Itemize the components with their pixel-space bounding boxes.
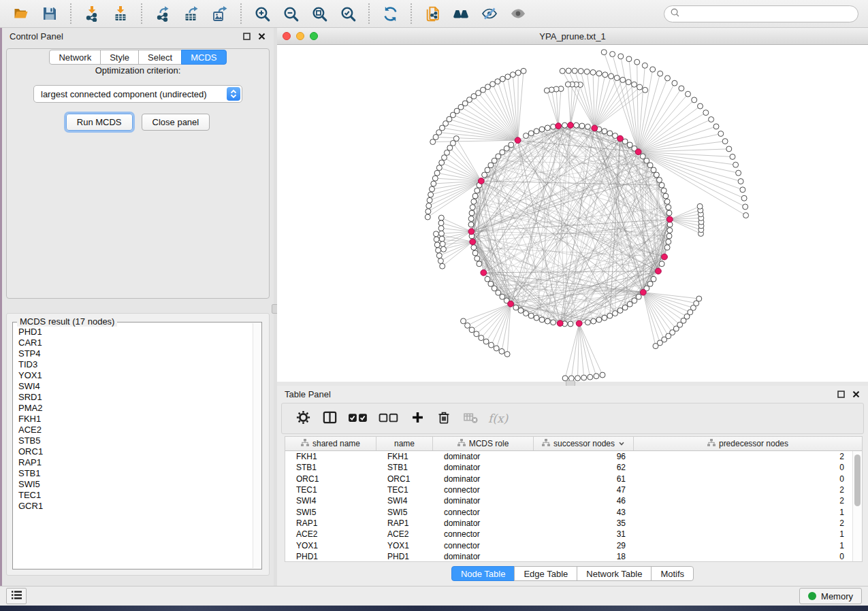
- cell-name: YOX1: [376, 541, 433, 550]
- table-body[interactable]: FKH1FKH1dominator962STB1STB1dominator620…: [285, 451, 852, 561]
- table-options-button[interactable]: [291, 407, 315, 430]
- delete-column-button[interactable]: [432, 407, 455, 430]
- cell-shared-name: SWI4: [285, 496, 376, 506]
- network-graph[interactable]: [277, 45, 867, 382]
- close-window-icon[interactable]: [283, 32, 291, 40]
- memory-button[interactable]: Memory: [799, 588, 862, 604]
- column-header-successor-nodes[interactable]: successor nodes: [534, 437, 634, 450]
- float-panel-icon[interactable]: [241, 31, 252, 42]
- delete-table-button[interactable]: [459, 407, 482, 430]
- result-node-item[interactable]: RAP1: [18, 457, 252, 468]
- cell-predecessor-nodes: 0: [634, 463, 852, 472]
- table-row[interactable]: TEC1TEC1connector472: [285, 484, 852, 495]
- mcds-result-list[interactable]: PHD1CAR1STP4TID3YOX1SWI4SRD1PMA2FKH1ACE2…: [14, 325, 252, 568]
- add-column-button[interactable]: [406, 407, 429, 430]
- result-node-item[interactable]: TEC1: [18, 490, 252, 501]
- result-node-item[interactable]: CAR1: [18, 337, 252, 348]
- tab-select[interactable]: Select: [138, 50, 182, 65]
- table-panel-tabs: Node TableEdge TableNetwork TableMotifs: [277, 566, 868, 581]
- result-node-item[interactable]: GCR1: [18, 501, 252, 512]
- table-row[interactable]: PHD1PHD1dominator180: [285, 551, 852, 561]
- open-file-button[interactable]: [9, 3, 33, 24]
- scrollbar-thumb[interactable]: [854, 455, 861, 506]
- cell-shared-name: ACE2: [285, 529, 376, 539]
- result-node-item[interactable]: YOX1: [18, 370, 252, 381]
- save-session-button[interactable]: [37, 3, 62, 24]
- export-table-button[interactable]: [179, 3, 204, 24]
- result-node-item[interactable]: SWI4: [18, 381, 252, 392]
- result-node-item[interactable]: ORC1: [18, 446, 252, 457]
- network-window-titlebar[interactable]: YPA_prune.txt_1: [277, 28, 868, 45]
- tab-network[interactable]: Network: [49, 50, 101, 65]
- result-node-item[interactable]: STB5: [18, 435, 252, 446]
- tab-network-table[interactable]: Network Table: [577, 566, 652, 581]
- task-history-button[interactable]: [6, 588, 27, 604]
- plus-icon: [411, 410, 425, 427]
- run-mcds-button[interactable]: Run MCDS: [66, 114, 133, 131]
- result-node-item[interactable]: SRD1: [18, 392, 252, 403]
- deselect-all-button[interactable]: [375, 407, 402, 430]
- minimize-window-icon[interactable]: [296, 32, 304, 40]
- tab-mcds[interactable]: MCDS: [181, 50, 226, 65]
- export-image-button[interactable]: [208, 3, 232, 24]
- table-row[interactable]: FKH1FKH1dominator962: [285, 451, 852, 462]
- status-bar: Memory: [0, 586, 868, 606]
- column-header-mcds-role[interactable]: MCDS role: [433, 437, 534, 450]
- open-folder-icon: [12, 5, 30, 22]
- cell-mcds-role: connector: [433, 541, 534, 550]
- tab-style[interactable]: Style: [100, 50, 139, 65]
- zoom-fit-button[interactable]: [307, 3, 332, 24]
- close-panel-icon[interactable]: [850, 389, 861, 399]
- criterion-select[interactable]: largest connected component (undirected): [33, 85, 242, 103]
- table-row[interactable]: ACE2ACE2connector311: [285, 529, 852, 540]
- result-node-item[interactable]: PMA2: [18, 403, 252, 414]
- table-row[interactable]: STB1STB1dominator620: [285, 462, 852, 473]
- table-row[interactable]: YOX1YOX1connector291: [285, 540, 852, 550]
- tab-node-table[interactable]: Node Table: [451, 566, 515, 581]
- float-panel-icon[interactable]: [835, 389, 846, 399]
- attribute-tree-icon: [457, 439, 466, 448]
- zoom-out-button[interactable]: [278, 3, 303, 24]
- result-node-item[interactable]: PHD1: [18, 327, 252, 337]
- attribute-tree-icon: [707, 439, 716, 448]
- result-node-item[interactable]: SWI5: [18, 479, 252, 490]
- result-node-item[interactable]: TID3: [18, 359, 252, 370]
- select-all-button[interactable]: [344, 407, 372, 430]
- table-row[interactable]: RAP1RAP1dominator352: [285, 518, 852, 529]
- control-panel-titlebar: Control Panel: [2, 28, 274, 44]
- maximize-window-icon[interactable]: [310, 32, 318, 40]
- close-panel-button[interactable]: Close panel: [142, 114, 210, 131]
- result-node-item[interactable]: STB1: [18, 468, 252, 479]
- table-row[interactable]: SWI4SWI4dominator462: [285, 495, 852, 506]
- result-scrollbar[interactable]: [253, 323, 261, 568]
- column-header-shared-name[interactable]: shared name: [285, 437, 376, 450]
- show-columns-button[interactable]: [318, 407, 341, 430]
- zoom-in-button[interactable]: [250, 3, 274, 24]
- network-canvas[interactable]: [277, 45, 868, 382]
- export-network-button[interactable]: [150, 3, 175, 24]
- column-header-name[interactable]: name: [376, 437, 433, 450]
- cell-predecessor-nodes: 2: [634, 496, 852, 506]
- list-icon: [11, 590, 22, 602]
- column-header-predecessor-nodes[interactable]: predecessor nodes: [634, 437, 862, 450]
- import-network-button[interactable]: [80, 3, 104, 24]
- search-network-button[interactable]: [449, 3, 473, 24]
- search-input[interactable]: [680, 9, 852, 18]
- table-scrollbar[interactable]: [852, 451, 862, 561]
- function-builder-label[interactable]: f(x): [488, 412, 508, 425]
- result-node-item[interactable]: STP4: [18, 348, 252, 359]
- result-node-item[interactable]: FKH1: [18, 414, 252, 425]
- tab-motifs[interactable]: Motifs: [651, 566, 694, 581]
- close-panel-icon[interactable]: [256, 31, 267, 42]
- zoom-selected-button[interactable]: [336, 3, 360, 24]
- copy-network-button[interactable]: [420, 3, 445, 24]
- show-all-button[interactable]: [506, 3, 530, 24]
- import-table-button[interactable]: [108, 3, 133, 24]
- refresh-view-button[interactable]: [378, 3, 402, 24]
- table-row[interactable]: SWI5SWI5connector431: [285, 506, 852, 517]
- hide-selected-button[interactable]: [477, 3, 502, 24]
- delete-table-icon: [463, 410, 479, 427]
- result-node-item[interactable]: ACE2: [18, 425, 252, 435]
- table-row[interactable]: ORC1ORC1dominator610: [285, 474, 852, 484]
- tab-edge-table[interactable]: Edge Table: [514, 566, 577, 581]
